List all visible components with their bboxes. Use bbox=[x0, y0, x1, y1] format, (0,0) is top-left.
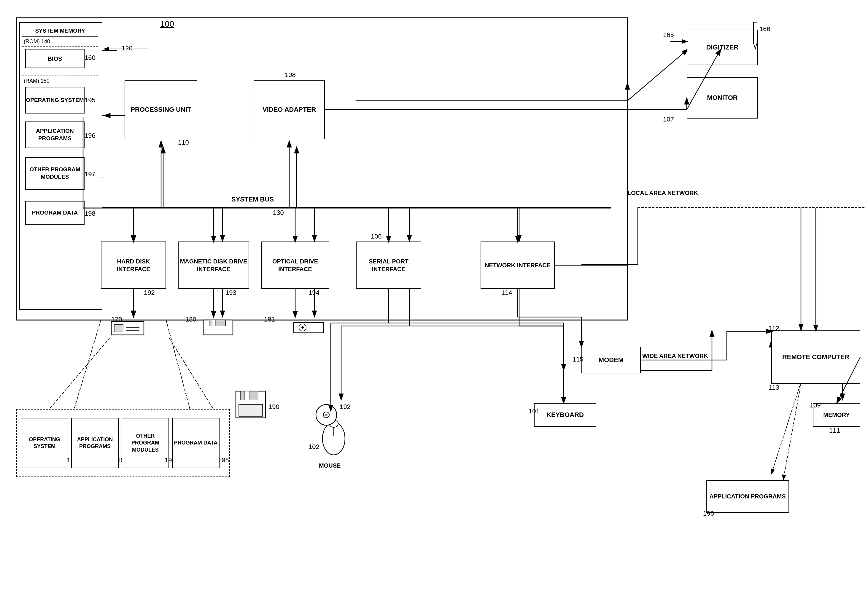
svg-line-36 bbox=[771, 382, 801, 474]
hdi-ref: 192 bbox=[144, 289, 155, 297]
app-ref: 196 bbox=[84, 132, 96, 140]
program-data-box: PROGRAM DATA bbox=[25, 201, 84, 225]
pd2-ref: 198 bbox=[218, 456, 229, 464]
system-number: 100 bbox=[160, 19, 174, 29]
os-ref: 195 bbox=[84, 96, 96, 104]
svg-line-97 bbox=[783, 384, 801, 480]
svg-marker-64 bbox=[753, 43, 757, 49]
wan-label: WIDE AREA NETWORK bbox=[642, 353, 708, 359]
mouse-ref: 102 bbox=[309, 443, 319, 451]
pu-ref: 110 bbox=[178, 139, 189, 146]
cd-ref2: 191 bbox=[264, 316, 275, 323]
keyboard-box: KEYBOARD bbox=[534, 403, 596, 427]
pd-ref: 198 bbox=[84, 210, 96, 218]
digitizer-icon bbox=[745, 21, 768, 50]
mdd-ref: 193 bbox=[226, 289, 236, 297]
system-memory-label: SYSTEM MEMORY bbox=[22, 25, 98, 37]
ref-111: 111 bbox=[829, 427, 840, 434]
svg-rect-58 bbox=[245, 391, 249, 400]
system-bus-label: SYSTEM BUS bbox=[232, 196, 274, 203]
svg-line-99 bbox=[169, 338, 214, 409]
svg-point-62 bbox=[325, 414, 328, 416]
monitor-box: MONITOR bbox=[687, 77, 758, 119]
floppy-bottom-icon bbox=[234, 388, 267, 424]
other-program-box: OTHER PROGRAM MODULES bbox=[25, 157, 84, 190]
modem-ref: 115 bbox=[573, 356, 583, 363]
ref-120: 120 bbox=[122, 44, 133, 52]
ni-ref: 114 bbox=[501, 289, 512, 297]
bus-ref: 130 bbox=[273, 209, 284, 216]
svg-rect-63 bbox=[753, 22, 757, 43]
mouse-label: MOUSE bbox=[319, 462, 341, 469]
opm-ref: 197 bbox=[84, 171, 96, 178]
svg-line-38 bbox=[166, 320, 190, 409]
app-bottom-box: APPLICATION PROGRAMS bbox=[71, 418, 119, 468]
mem-ref: 109 bbox=[810, 402, 821, 409]
svg-point-55 bbox=[301, 326, 304, 329]
ref-165: 165 bbox=[663, 31, 674, 39]
svg-rect-59 bbox=[239, 405, 263, 416]
svg-rect-47 bbox=[114, 325, 123, 332]
va-ref: 108 bbox=[285, 71, 296, 79]
mon-ref: 107 bbox=[663, 116, 674, 123]
bios-box: BIOS bbox=[25, 49, 84, 68]
svg-line-11 bbox=[627, 49, 688, 101]
rom-label: (ROM) 140 bbox=[24, 38, 50, 45]
diagram: 100 120 SYSTEM MEMORY (ROM) 140 BIOS 160… bbox=[0, 0, 868, 590]
svg-rect-52 bbox=[212, 320, 216, 326]
ref-113: 113 bbox=[768, 384, 779, 391]
video-adapter-box: VIDEO ADAPTER bbox=[254, 80, 325, 139]
od-ref: 194 bbox=[309, 289, 319, 297]
os-box: OPERATING SYSTEM bbox=[25, 87, 84, 113]
svg-rect-51 bbox=[209, 320, 226, 326]
hard-disk-icon bbox=[110, 317, 145, 338]
ap2-ref: 196 bbox=[703, 510, 714, 517]
rc-ref: 112 bbox=[768, 325, 779, 332]
kb-ref: 101 bbox=[528, 408, 540, 415]
modem-box: MODEM bbox=[582, 347, 641, 374]
spi-box: SERIAL PORT INTERFACE bbox=[356, 241, 421, 289]
hdi-box: HARD DISK INTERFACE bbox=[101, 241, 166, 289]
optical-icon bbox=[292, 317, 325, 338]
opm-bottom-box: OTHER PROGRAM MODULES bbox=[122, 418, 169, 468]
sp-ref: 106 bbox=[371, 232, 382, 240]
svg-line-37 bbox=[74, 320, 101, 409]
bios-ref: 160 bbox=[84, 54, 96, 62]
md-ref2: 180 bbox=[185, 316, 196, 323]
cd-bottom-icon bbox=[314, 403, 338, 427]
ram-label: (RAM) 150 bbox=[24, 78, 50, 84]
ni-box: NETWORK INTERFACE bbox=[481, 241, 555, 289]
os-bottom-box: OPERATING SYSTEM bbox=[21, 418, 68, 468]
remote-computer-box: REMOTE COMPUTER bbox=[771, 330, 860, 384]
processing-unit-box: PROCESSING UNIT bbox=[125, 80, 197, 139]
ref-192b: 192 bbox=[340, 403, 351, 411]
app-programs-box2: APPLICATION PROGRAMS bbox=[706, 480, 789, 513]
svg-rect-53 bbox=[294, 322, 323, 333]
ref-190: 190 bbox=[269, 403, 279, 411]
lan-label: LOCAL AREA NETWORK bbox=[627, 190, 698, 196]
odi-box: OPTICAL DRIVE INTERFACE bbox=[261, 241, 329, 289]
floppy-icon bbox=[202, 317, 234, 338]
pd-bottom-box: PROGRAM DATA bbox=[172, 418, 220, 468]
svg-line-98 bbox=[49, 338, 110, 409]
app-programs-box: APPLICATION PROGRAMS bbox=[25, 122, 84, 148]
mdd-box: MAGNETIC DISK DRIVE INTERFACE bbox=[178, 241, 249, 289]
